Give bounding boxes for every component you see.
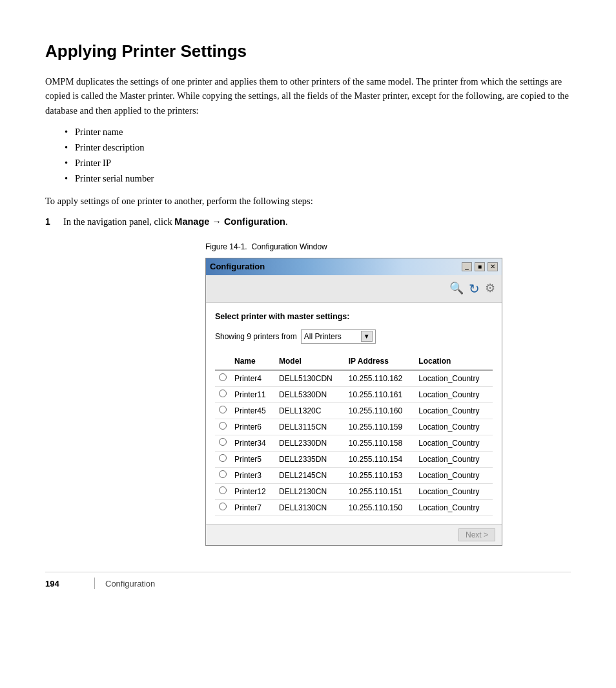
table-row[interactable]: Printer12 DELL2130CN 10.255.110.151 Loca… — [215, 483, 493, 499]
row-model-8: DELL3130CN — [275, 499, 345, 516]
bullet-item-1: Printer name — [65, 125, 571, 140]
row-radio-7[interactable] — [215, 483, 231, 499]
bullet-item-3: Printer IP — [65, 156, 571, 171]
row-ip-2: 10.255.110.160 — [345, 402, 415, 419]
figure-label: Figure 14-1. Configuration Window — [205, 241, 571, 253]
dropdown-arrow[interactable]: ▼ — [361, 331, 373, 342]
row-ip-7: 10.255.110.151 — [345, 483, 415, 499]
row-location-1: Location_Country — [415, 386, 493, 402]
col-select — [215, 353, 231, 370]
row-ip-3: 10.255.110.159 — [345, 419, 415, 435]
table-row[interactable]: Printer34 DELL2330DN 10.255.110.158 Loca… — [215, 435, 493, 451]
master-settings-label: Select printer with master settings: — [215, 311, 493, 323]
step-intro: To apply settings of one printer to anot… — [45, 194, 571, 209]
config-titlebar: Configuration _ ■ ✕ — [206, 258, 502, 275]
row-location-8: Location_Country — [415, 499, 493, 516]
row-location-5: Location_Country — [415, 451, 493, 467]
config-body: Select printer with master settings: Sho… — [206, 303, 502, 524]
table-row[interactable]: Printer4 DELL5130CDN 10.255.110.162 Loca… — [215, 370, 493, 387]
printer-table: Name Model IP Address Location Printer4 … — [215, 353, 493, 516]
table-row[interactable]: Printer7 DELL3130CN 10.255.110.150 Locat… — [215, 499, 493, 516]
row-model-7: DELL2130CN — [275, 483, 345, 499]
footer-separator — [94, 578, 95, 589]
row-radio-6[interactable] — [215, 467, 231, 483]
page-title: Applying Printer Settings — [45, 39, 571, 64]
table-row[interactable]: Printer5 DELL2335DN 10.255.110.154 Locat… — [215, 451, 493, 467]
col-ip: IP Address — [345, 353, 415, 370]
row-name-8: Printer7 — [231, 499, 275, 516]
step-1-block: 1 In the navigation panel, click Manage … — [45, 215, 571, 229]
row-location-3: Location_Country — [415, 419, 493, 435]
row-location-7: Location_Country — [415, 483, 493, 499]
table-row[interactable]: Printer3 DELL2145CN 10.255.110.153 Locat… — [215, 467, 493, 483]
row-ip-8: 10.255.110.150 — [345, 499, 415, 516]
dropdown-value: All Printers — [304, 331, 342, 342]
row-radio-2[interactable] — [215, 402, 231, 419]
row-model-4: DELL2330DN — [275, 435, 345, 451]
row-location-6: Location_Country — [415, 467, 493, 483]
row-name-1: Printer11 — [231, 386, 275, 402]
bullet-item-4: Printer serial number — [65, 172, 571, 186]
titlebar-controls: _ ■ ✕ — [462, 262, 498, 271]
row-name-5: Printer5 — [231, 451, 275, 467]
col-location: Location — [415, 353, 493, 370]
row-name-4: Printer34 — [231, 435, 275, 451]
config-window: Configuration _ ■ ✕ 🔍 ↻ ⚙ Select printer… — [205, 258, 502, 546]
table-row[interactable]: Printer6 DELL3115CN 10.255.110.159 Locat… — [215, 419, 493, 435]
minimize-button[interactable]: _ — [462, 262, 472, 271]
close-button[interactable]: ✕ — [488, 262, 498, 271]
row-name-7: Printer12 — [231, 483, 275, 499]
row-radio-3[interactable] — [215, 419, 231, 435]
row-model-3: DELL3115CN — [275, 419, 345, 435]
config-toolbar: 🔍 ↻ ⚙ — [206, 275, 502, 303]
search-icon[interactable]: 🔍 — [449, 280, 464, 297]
row-radio-4[interactable] — [215, 435, 231, 451]
footer-section: Configuration — [105, 578, 155, 590]
row-ip-5: 10.255.110.154 — [345, 451, 415, 467]
row-model-1: DELL5330DN — [275, 386, 345, 402]
step-number-1: 1 — [45, 215, 63, 229]
refresh-icon[interactable]: ↻ — [469, 279, 480, 298]
row-radio-8[interactable] — [215, 499, 231, 516]
body-paragraph: OMPM duplicates the settings of one prin… — [45, 74, 571, 118]
row-model-5: DELL2335DN — [275, 451, 345, 467]
table-row[interactable]: Printer11 DELL5330DN 10.255.110.161 Loca… — [215, 386, 493, 402]
row-location-4: Location_Country — [415, 435, 493, 451]
maximize-button[interactable]: ■ — [475, 262, 485, 271]
table-row[interactable]: Printer45 DELL1320C 10.255.110.160 Locat… — [215, 402, 493, 419]
gear-icon[interactable]: ⚙ — [485, 280, 495, 297]
row-name-0: Printer4 — [231, 370, 275, 387]
row-ip-6: 10.255.110.153 — [345, 467, 415, 483]
row-name-2: Printer45 — [231, 402, 275, 419]
row-radio-1[interactable] — [215, 386, 231, 402]
row-name-6: Printer3 — [231, 467, 275, 483]
col-name: Name — [231, 353, 275, 370]
config-window-title: Configuration — [210, 260, 265, 273]
showing-row: Showing 9 printers from All Printers ▼ — [215, 329, 493, 344]
bullet-item-2: Printer description — [65, 141, 571, 155]
row-location-2: Location_Country — [415, 402, 493, 419]
row-ip-4: 10.255.110.158 — [345, 435, 415, 451]
row-location-0: Location_Country — [415, 370, 493, 387]
page-footer: 194 Configuration — [45, 572, 571, 590]
col-model: Model — [275, 353, 345, 370]
row-radio-5[interactable] — [215, 451, 231, 467]
row-ip-1: 10.255.110.161 — [345, 386, 415, 402]
row-name-3: Printer6 — [231, 419, 275, 435]
row-ip-0: 10.255.110.162 — [345, 370, 415, 387]
row-model-2: DELL1320C — [275, 402, 345, 419]
row-model-0: DELL5130CDN — [275, 370, 345, 387]
table-header-row: Name Model IP Address Location — [215, 353, 493, 370]
config-footer: Next > — [206, 524, 502, 545]
row-model-6: DELL2145CN — [275, 467, 345, 483]
bullet-list: Printer name Printer description Printer… — [65, 125, 571, 185]
next-button[interactable]: Next > — [458, 528, 495, 541]
page-number: 194 — [45, 578, 71, 590]
printer-group-dropdown[interactable]: All Printers ▼ — [301, 329, 376, 344]
row-radio-0[interactable] — [215, 370, 231, 387]
step-1-text: In the navigation panel, click Manage → … — [63, 215, 571, 229]
showing-text: Showing 9 printers from — [215, 331, 297, 342]
